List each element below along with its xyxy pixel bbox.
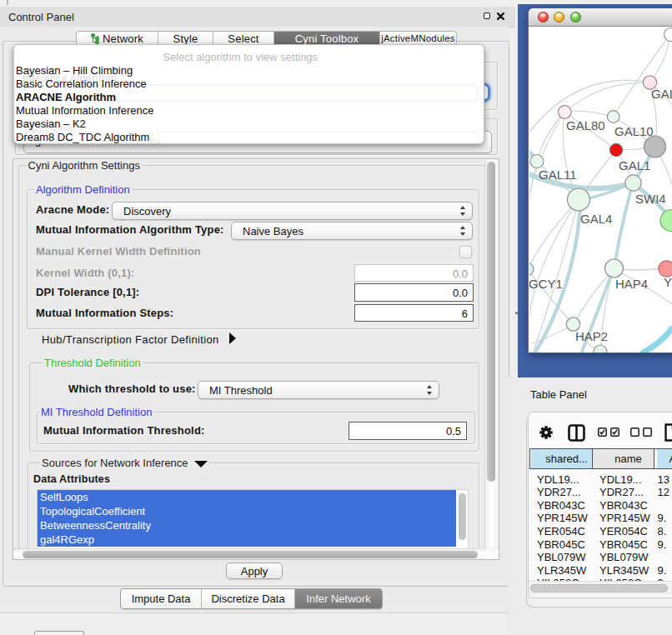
table-cell[interactable]: YBR043C	[537, 499, 585, 512]
which-threshold-combo[interactable]: MI Threshold	[198, 381, 439, 399]
dpi-tolerance-field[interactable]: 0.0	[354, 283, 474, 302]
screenshot-root: Control Panel Inference Algorithm Table …	[0, 0, 672, 635]
network-graph: GALGAL80GAL10GAL1GAL11SWI4GAL4GCY1HAP4YH…	[529, 27, 672, 352]
split-columns-icon[interactable]	[568, 424, 585, 442]
settings-vscrollbar[interactable]	[484, 159, 499, 548]
tab-network[interactable]: Network	[77, 32, 158, 45]
network-node[interactable]	[530, 154, 544, 168]
table-cell[interactable]: YDL19...	[599, 473, 642, 486]
collapse-down-icon[interactable]	[194, 461, 208, 468]
attribute-item[interactable]: gal4RGexp	[38, 532, 456, 547]
mi-steps-field[interactable]: 6	[354, 304, 474, 322]
table-cell[interactable]: 12	[658, 486, 669, 498]
table-cell[interactable]: YPR145W	[537, 512, 588, 524]
settings-hscrollbar-thumb[interactable]	[23, 551, 478, 558]
table-cell[interactable]: YLR345W	[537, 564, 586, 577]
aracne-mode-combo[interactable]: Discovery	[112, 202, 473, 220]
bottom-tab-discretize-data[interactable]: Discretize Data	[202, 589, 295, 609]
table-cell[interactable]: YBL079W	[599, 551, 649, 563]
network-node[interactable]	[604, 259, 623, 278]
mi-threshold-field[interactable]: 0.5	[349, 422, 467, 440]
splitter-grip-dot[interactable]	[515, 312, 518, 315]
network-node[interactable]	[558, 105, 571, 118]
table-cell[interactable]: YPR145W	[599, 512, 650, 524]
settings-hscrollbar[interactable]	[13, 548, 485, 559]
kernel-width-field[interactable]: 0.0	[354, 264, 474, 282]
data-attributes-label: Data Attributes	[33, 473, 110, 485]
apply-button[interactable]: Apply	[226, 562, 283, 579]
table-cell[interactable]: YBR043C	[599, 499, 648, 512]
network-node[interactable]	[664, 28, 672, 41]
column-header[interactable]: shared...	[531, 449, 593, 468]
tab-jactivemnodules[interactable]: jActiveMNodules	[380, 32, 456, 45]
tab-cyni-toolbox[interactable]: Cyni Toolbox	[274, 32, 380, 45]
network-node[interactable]	[529, 262, 534, 275]
close-traffic-light-icon[interactable]	[538, 12, 549, 22]
table-cell[interactable]: YLR345W	[599, 564, 649, 577]
network-node[interactable]	[567, 188, 589, 211]
network-node[interactable]	[609, 143, 622, 156]
table-cell[interactable]: 9.	[658, 512, 667, 524]
popup-item[interactable]: Bayesian – Hill Climbing	[16, 64, 133, 77]
table-cell[interactable]: 13	[658, 473, 669, 486]
table-cell[interactable]: YDR27...	[599, 486, 644, 498]
aracne-mode-value: Discovery	[123, 204, 171, 217]
data-attributes-list[interactable]: SelfLoopsTopologicalCoefficientBetweenne…	[37, 489, 469, 548]
attribute-item[interactable]: SelfLoops	[38, 490, 456, 504]
tab-label: Network	[103, 32, 143, 45]
tab-select[interactable]: Select	[213, 32, 274, 45]
zoom-traffic-light-icon[interactable]	[570, 12, 581, 22]
settings-scrollpane: Cyni Algorithm Settings Algorithm Defini…	[13, 158, 499, 560]
network-node[interactable]	[594, 345, 607, 352]
table-cell[interactable]: YER054C	[537, 525, 585, 538]
table-hscrollbar-thumb[interactable]	[530, 584, 668, 592]
network-icon	[91, 33, 100, 44]
network-node[interactable]	[624, 174, 640, 190]
attribute-item[interactable]: BetweennessCentrality	[38, 518, 456, 532]
manual-kernel-checkbox[interactable]	[459, 246, 472, 258]
table-cell[interactable]: YDL19...	[537, 473, 579, 486]
document-icon[interactable]	[664, 423, 672, 442]
settings-vscrollbar-thumb[interactable]	[487, 162, 495, 482]
table-cell[interactable]: YBL079W	[537, 551, 586, 563]
table-cell[interactable]: YER054C	[599, 525, 648, 538]
table-cell[interactable]: 9.	[658, 564, 667, 577]
network-node-label: GAL10	[614, 123, 654, 138]
column-header-label: name	[604, 452, 642, 465]
network-node[interactable]	[607, 110, 619, 122]
mi-type-combo[interactable]: Naive Bayes	[231, 222, 473, 240]
table-hscrollbar[interactable]	[529, 581, 672, 596]
table-cell[interactable]: 8.	[658, 525, 667, 538]
popup-item[interactable]: Basic Correlation Inference	[16, 78, 147, 90]
column-header[interactable]: name	[593, 449, 654, 468]
minimize-traffic-light-icon[interactable]	[554, 12, 564, 22]
popup-item[interactable]: ARACNE Algorithm	[16, 91, 116, 103]
popup-item[interactable]: Bayesian – K2	[16, 118, 86, 130]
cutoff-button[interactable]	[34, 631, 84, 635]
dpi-tolerance-label: DPI Tolerance [0,1]:	[36, 283, 139, 302]
gear-icon[interactable]	[539, 426, 553, 439]
table-cell[interactable]: 9.	[658, 538, 667, 551]
popup-item[interactable]: Dream8 DC_TDC Algorithm	[16, 131, 149, 143]
close-icon[interactable]	[497, 12, 504, 20]
network-view[interactable]: GALGAL80GAL10GAL1GAL11SWI4GAL4GCY1HAP4YH…	[529, 27, 672, 352]
unchecked-boxes-icon[interactable]	[630, 428, 652, 437]
attribute-item[interactable]: TopologicalCoefficient	[38, 504, 456, 518]
table-cell[interactable]: YBR045C	[537, 538, 585, 551]
table-cell[interactable]: YDR27...	[537, 486, 581, 498]
mi-threshold-label: Mutual Information Threshold:	[43, 422, 205, 440]
column-header[interactable]: A	[657, 449, 672, 468]
list-scrollbar-thumb[interactable]	[459, 493, 466, 540]
table-rows: YDL19...YDL19...13YDR27...YDR27...12YBR0…	[529, 469, 672, 581]
float-window-icon[interactable]	[484, 12, 490, 19]
network-node[interactable]	[644, 136, 665, 158]
checked-boxes-icon[interactable]	[598, 428, 619, 437]
network-node[interactable]	[660, 209, 672, 231]
popup-item[interactable]: Mutual Information Inference	[16, 104, 153, 117]
expand-right-icon[interactable]	[229, 332, 236, 344]
bottom-tab-infer-network[interactable]: Infer Network	[295, 589, 382, 609]
tab-style[interactable]: Style	[158, 32, 213, 45]
sources-group-title: Sources for Network Inference	[42, 457, 188, 469]
bottom-tab-impute-data[interactable]: Impute Data	[121, 589, 202, 609]
table-cell[interactable]: YBR045C	[599, 538, 648, 551]
